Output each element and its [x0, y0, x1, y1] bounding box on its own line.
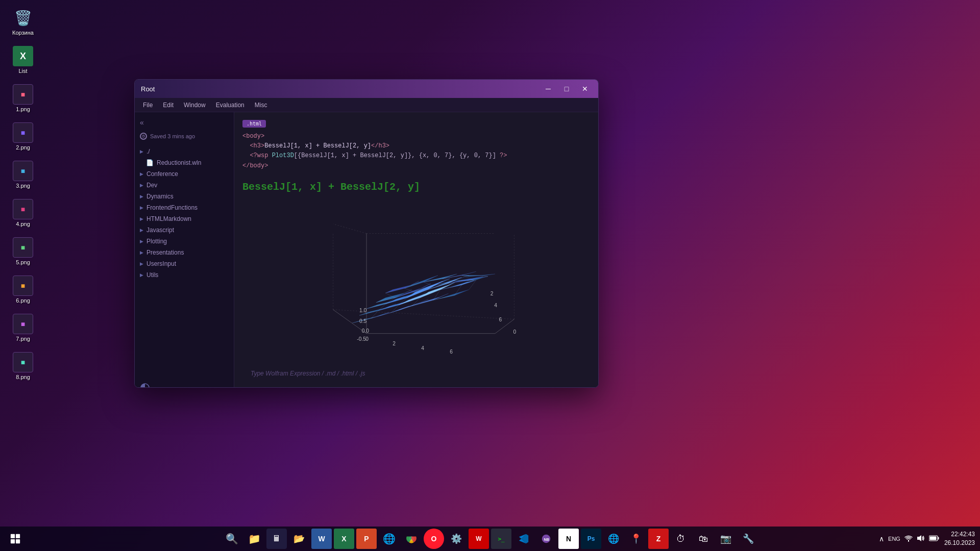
sidebar-toggle-button[interactable]: «	[135, 116, 234, 129]
code-line-1: <body>	[242, 132, 590, 141]
code-line-2: <h3>BesselJ[1, x] + BesselJ[2, y]</h3>	[242, 141, 590, 151]
taskbar-browser2[interactable]: 🌐	[603, 529, 624, 549]
close-button[interactable]: ✕	[578, 84, 592, 94]
taskbar-opera[interactable]: O	[424, 529, 444, 549]
svg-text:0.0: 0.0	[361, 328, 369, 334]
folder-htmlmarkdown[interactable]: ▶ HTMLMarkdown	[135, 213, 234, 224]
taskbar-camera[interactable]: 📷	[716, 529, 736, 549]
img8-icon[interactable]: ■ 8.png	[5, 349, 41, 383]
folder-conference[interactable]: ▶ Conference	[135, 168, 234, 180]
desktop-icons: 🗑️ Корзина X List ■ 1.png ■ 2.png ■ 3.pn…	[5, 5, 41, 383]
taskbar-clock-app[interactable]: ⏱	[671, 529, 691, 549]
svg-rect-52	[11, 539, 15, 543]
img5-icon[interactable]: ■ 5.png	[5, 235, 41, 268]
file-icon: 📄	[146, 159, 154, 166]
svg-marker-17	[461, 274, 495, 277]
taskbar-store[interactable]: 🛍	[693, 529, 714, 549]
svg-marker-36	[412, 294, 448, 306]
result-section: BesselJ[1, x] + BesselJ[2, y]	[234, 177, 598, 387]
taskbar-explorer[interactable]: 📁	[244, 529, 264, 549]
taskbar-photoshop[interactable]: Ps	[581, 529, 601, 549]
system-clock[interactable]: 22:42:43 26.10.2023	[944, 530, 975, 547]
result-title: BesselJ[1, x] + BesselJ[2, y]	[242, 181, 590, 193]
taskbar-wolfram[interactable]: W	[469, 529, 489, 549]
taskbar-control-panel[interactable]: 🔧	[738, 529, 758, 549]
taskbar-filemanager[interactable]: 📂	[289, 529, 309, 549]
svg-text:-0.5: -0.5	[357, 336, 366, 342]
svg-marker-37	[433, 290, 469, 300]
folder-arrow-icon: ▶	[140, 272, 143, 278]
taskbar-word[interactable]: W	[311, 529, 332, 549]
tray-language[interactable]: ENG	[887, 535, 901, 543]
menu-evaluation[interactable]: Evaluation	[212, 100, 249, 110]
taskbar-vscode[interactable]	[513, 529, 534, 549]
maximize-button[interactable]: □	[559, 84, 574, 94]
tree-root-item[interactable]: ▶ ./	[135, 146, 234, 157]
taskbar-settings-app[interactable]: ⚙️	[446, 529, 467, 549]
theme-icon	[140, 383, 150, 387]
svg-rect-53	[16, 539, 20, 543]
taskbar-search[interactable]: 🔍	[222, 529, 242, 549]
code-section: .html <body> <h3>BesselJ[1, x] + BesselJ…	[234, 112, 598, 177]
img3-icon[interactable]: ■ 3.png	[5, 158, 41, 191]
folder-frontendfunctions[interactable]: ▶ FrontendFunctions	[135, 202, 234, 213]
menu-window[interactable]: Window	[180, 100, 210, 110]
svg-rect-59	[938, 537, 939, 539]
taskbar-chrome[interactable]	[401, 529, 422, 549]
tree-file-reductionist[interactable]: 📄 Reductionist.wln	[135, 157, 234, 168]
folder-presentations[interactable]: ▶ Presentations	[135, 247, 234, 258]
minimize-button[interactable]: ─	[541, 84, 555, 94]
start-button[interactable]	[5, 529, 26, 549]
taskbar-powerpoint[interactable]: P	[356, 529, 377, 549]
folder-javascript[interactable]: ▶ Javascript	[135, 224, 234, 236]
taskbar-calculator[interactable]: 🖩	[266, 529, 287, 549]
excel-desktop-icon[interactable]: X List	[5, 43, 41, 77]
taskbar-notion[interactable]: N	[558, 529, 579, 549]
folder-utils[interactable]: ▶ Utils	[135, 269, 234, 281]
wifi-icon[interactable]	[903, 534, 914, 544]
window-controls: ─ □ ✕	[541, 84, 592, 94]
svg-rect-50	[11, 534, 15, 538]
plot-container: 1.0 0.5 0.0 -0.5 0 2 4 6 6 4 2 0	[242, 197, 590, 366]
taskbar-right: ∧ ENG	[878, 530, 975, 547]
img7-icon[interactable]: ■ 7.png	[5, 311, 41, 344]
code-block[interactable]: <body> <h3>BesselJ[1, x] + BesselJ[2, y]…	[242, 132, 590, 171]
folder-arrow-icon: ▶	[140, 228, 143, 233]
svg-text:1.0: 1.0	[359, 308, 367, 313]
folder-arrow-icon: ▶	[140, 183, 143, 188]
folder-dev[interactable]: ▶ Dev	[135, 180, 234, 191]
menu-misc[interactable]: Misc	[251, 100, 272, 110]
svg-text:6: 6	[499, 317, 502, 323]
folder-usersinput[interactable]: ▶ UsersInput	[135, 258, 234, 269]
taskbar-netbeans[interactable]: NB	[536, 529, 556, 549]
volume-icon[interactable]	[916, 534, 926, 544]
clock-time: 22:42:43	[944, 530, 975, 539]
taskbar-zotero[interactable]: Z	[648, 529, 669, 549]
tray-chevron[interactable]: ∧	[878, 534, 885, 544]
img1-icon[interactable]: ■ 1.png	[5, 82, 41, 115]
folder-plotting[interactable]: ▶ Plotting	[135, 236, 234, 247]
img2-icon[interactable]: ■ 2.png	[5, 120, 41, 153]
svg-text:0: 0	[513, 329, 516, 335]
taskbar-edge[interactable]: 🌐	[379, 529, 399, 549]
battery-icon[interactable]	[928, 534, 940, 544]
taskbar-maps[interactable]: 📍	[626, 529, 646, 549]
taskbar-excel[interactable]: X	[334, 529, 354, 549]
menu-file[interactable]: File	[139, 100, 157, 110]
input-placeholder-text[interactable]: Type Wolfram Expression / .md / .html / …	[251, 370, 582, 377]
img4-icon[interactable]: ■ 4.png	[5, 196, 41, 230]
app-window: Root ─ □ ✕ File Edit Window Evaluation M…	[134, 79, 599, 388]
folder-arrow-icon: ▶	[140, 171, 143, 177]
img6-icon[interactable]: ■ 6.png	[5, 273, 41, 306]
folder-dynamics[interactable]: ▶ Dynamics	[135, 191, 234, 202]
saved-indicator	[140, 133, 147, 140]
wifi-signal-icon	[904, 535, 913, 542]
menu-bar: File Edit Window Evaluation Misc	[135, 98, 598, 112]
menu-edit[interactable]: Edit	[159, 100, 178, 110]
recycle-bin-icon[interactable]: 🗑️ Корзина	[5, 5, 41, 38]
title-bar: Root ─ □ ✕	[135, 80, 598, 98]
netbeans-icon: NB	[541, 533, 552, 544]
svg-text:NB: NB	[544, 537, 549, 542]
taskbar-terminal[interactable]: >_	[491, 529, 511, 549]
theme-toggle-button[interactable]	[140, 383, 229, 387]
